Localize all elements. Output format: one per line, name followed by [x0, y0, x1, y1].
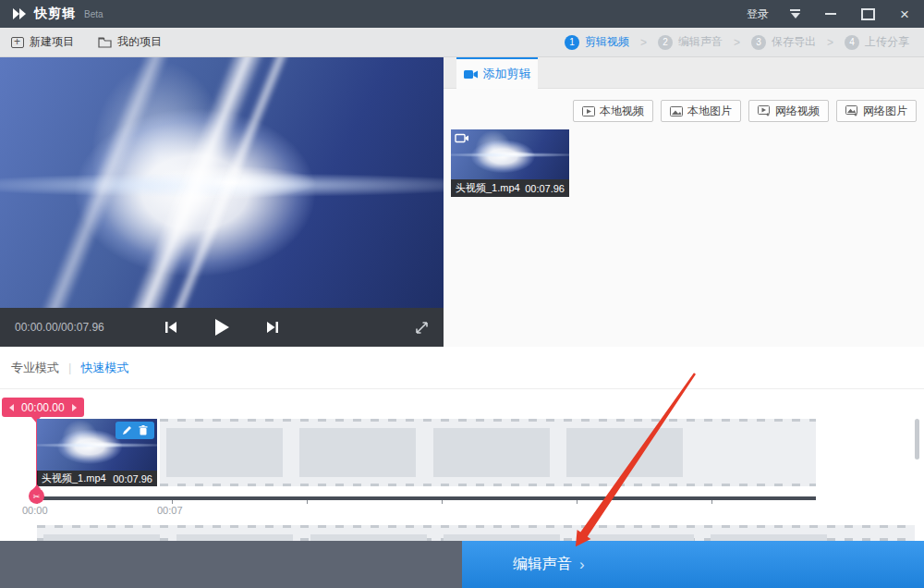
edit-clip-button[interactable] [122, 425, 132, 435]
media-library-item[interactable]: 头视频_1.mp4 00:07.96 [451, 129, 569, 197]
mode-divider: | [68, 361, 71, 374]
skip-end-button[interactable] [265, 321, 280, 334]
mode-bar: 专业模式 | 快速模式 [0, 347, 924, 389]
filmstrip-cell [43, 534, 160, 541]
media-file-duration: 00:07.96 [525, 183, 565, 194]
video-still-lens-flare [0, 57, 444, 308]
step-label: 保存导出 [772, 34, 816, 50]
footer-bar: 编辑声音 › [0, 541, 924, 588]
video-track [160, 419, 816, 486]
close-icon: × [900, 6, 909, 22]
web-image-icon [845, 105, 858, 116]
new-project-icon [11, 37, 24, 48]
play-button[interactable] [213, 318, 230, 337]
skip-start-icon [164, 321, 178, 334]
media-thumbnail [451, 129, 569, 179]
ruler-tick [711, 500, 712, 504]
step-label: 上传分享 [865, 34, 909, 50]
app-window: 快剪辑 Beta 登录 × 新建项目 我的项目 1 剪辑视频 > [0, 0, 924, 588]
new-project-button[interactable]: 新建项目 [11, 34, 74, 50]
step-label: 剪辑视频 [585, 34, 629, 50]
step-upload-share[interactable]: 4 上传分享 [845, 34, 909, 50]
web-image-button[interactable]: 网络图片 [836, 100, 917, 122]
trash-icon [139, 425, 148, 435]
video-file-icon [582, 106, 595, 116]
filmstrip-cell [578, 534, 694, 541]
project-toolbar: 新建项目 我的项目 1 剪辑视频 > 2 编辑声音 > 3 保存导出 > [0, 28, 924, 57]
timeline-clip[interactable]: 头视频_1.mp4 00:07.96 [37, 419, 157, 486]
app-logo: 快剪辑 Beta [11, 6, 103, 22]
new-project-label: 新建项目 [30, 34, 74, 50]
media-item-label: 头视频_1.mp4 00:07.96 [451, 179, 569, 197]
tab-add-clip-label: 添加剪辑 [483, 66, 531, 82]
app-title: 快剪辑 [34, 6, 76, 22]
playhead-time: 00:00.00 [21, 401, 65, 414]
clip-label: 头视频_1.mp4 00:07.96 [37, 471, 157, 486]
playhead-step-back-icon[interactable] [9, 404, 14, 411]
ruler-label-1: 00:07 [157, 505, 183, 516]
filmstrip-cell [166, 428, 283, 477]
ruler-label-0: 00:00 [22, 505, 48, 516]
timeline-ruler[interactable] [31, 496, 816, 500]
video-camera-icon [464, 69, 478, 80]
filmstrip-cell [566, 428, 683, 477]
player-controls-bar: 00:00.00/00:07.96 [0, 308, 444, 347]
add-clip-panel: 添加剪辑 本地视频 本地图片 [444, 57, 924, 347]
step-number: 4 [845, 35, 859, 50]
ruler-tick [172, 500, 173, 504]
tab-quick-mode[interactable]: 快速模式 [80, 360, 128, 376]
playhead-step-forward-icon[interactable] [72, 404, 77, 411]
login-button[interactable]: 登录 [747, 6, 769, 22]
filmstrip-cell [299, 428, 416, 477]
local-video-label: 本地视频 [600, 104, 644, 119]
local-image-label: 本地图片 [687, 104, 732, 119]
filmstrip-cell [310, 534, 427, 541]
maximize-button[interactable] [859, 6, 876, 22]
step-edit-sound[interactable]: 2 编辑声音 [658, 34, 723, 50]
folder-icon [98, 37, 112, 48]
step-separator: > [734, 36, 740, 49]
web-video-button[interactable]: 网络视频 [748, 100, 829, 122]
tab-professional-mode[interactable]: 专业模式 [11, 360, 59, 376]
close-button[interactable]: × [896, 6, 913, 22]
local-image-button[interactable]: 本地图片 [661, 100, 741, 122]
step-save-export[interactable]: 3 保存导出 [751, 34, 816, 50]
clip-file-name: 头视频_1.mp4 [42, 472, 106, 485]
beta-badge: Beta [84, 9, 103, 19]
step-separator: > [827, 36, 833, 49]
media-file-name: 头视频_1.mp4 [456, 181, 520, 195]
minimize-button[interactable] [822, 6, 839, 22]
panel-tabstrip: 添加剪辑 [444, 57, 924, 89]
timeline-scrollbar[interactable] [915, 419, 919, 459]
my-projects-button[interactable]: 我的项目 [98, 34, 162, 50]
filmstrip-cell [176, 534, 293, 541]
playhead-time-bubble[interactable]: 00:00.00 [2, 398, 84, 417]
video-preview: 00:00.00/00:07.96 [0, 57, 444, 347]
logo-play-icon [11, 7, 28, 20]
split-handle[interactable]: ✂ [29, 488, 44, 504]
web-video-icon [758, 105, 771, 116]
filmstrip-cell [433, 428, 550, 477]
delete-clip-button[interactable] [139, 425, 148, 435]
pencil-icon [122, 425, 132, 435]
web-image-label: 网络图片 [863, 104, 907, 119]
workflow-steps: 1 剪辑视频 > 2 编辑声音 > 3 保存导出 > 4 上传分享 [565, 34, 913, 50]
image-file-icon [670, 106, 683, 116]
clip-duration: 00:07.96 [113, 473, 152, 484]
my-projects-label: 我的项目 [117, 34, 162, 50]
main-menu-icon[interactable] [789, 8, 802, 19]
camera-badge-icon [455, 133, 469, 143]
skip-start-button[interactable] [164, 321, 178, 334]
titlebar: 快剪辑 Beta 登录 × [0, 0, 924, 28]
audio-track-partial [37, 525, 915, 541]
edit-sound-button[interactable]: 编辑声音 › [462, 541, 924, 588]
step-edit-video[interactable]: 1 剪辑视频 [565, 34, 629, 50]
chevron-right-icon: › [579, 556, 585, 574]
step-number: 3 [751, 35, 766, 50]
step-label: 编辑声音 [678, 34, 723, 50]
local-video-button[interactable]: 本地视频 [573, 100, 653, 122]
step-number: 2 [658, 35, 673, 50]
ruler-tick [577, 500, 578, 504]
video-frame[interactable] [0, 57, 444, 308]
tab-add-clip[interactable]: 添加剪辑 [456, 57, 538, 89]
